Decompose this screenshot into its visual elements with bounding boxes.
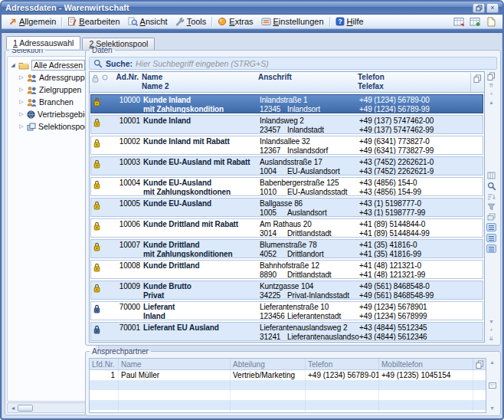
tree-item-selektionspools[interactable]: ▷Selektionspools bbox=[18, 120, 96, 133]
contact-row-empty[interactable] bbox=[90, 380, 486, 390]
copy-rows-button[interactable] bbox=[487, 72, 496, 80]
view-mode-button-2[interactable] bbox=[486, 234, 496, 242]
card-icon[interactable] bbox=[489, 382, 496, 389]
cell-adnr: 10007 bbox=[111, 241, 143, 258]
contacts-side-toolbar: ▲ ▼ bbox=[486, 358, 498, 413]
address-row-10005[interactable]: 10005Kunde EU-AuslandBallgasse 861005Aus… bbox=[90, 198, 483, 217]
menu-item-label: Allgemein bbox=[19, 17, 56, 26]
close-button[interactable]: × bbox=[486, 3, 499, 13]
cell-telefon: +41 (89) 5144844-0+41 (89) 5144844-99 bbox=[359, 220, 469, 237]
table-add-button[interactable] bbox=[468, 15, 482, 28]
new-page-button[interactable] bbox=[484, 15, 498, 28]
menu-item-allgemein[interactable]: Allgemein bbox=[5, 16, 60, 27]
tree-item-vertriebsgebiete[interactable]: ▷Vertriebsgebiete bbox=[18, 108, 96, 120]
grid-header-row[interactable]: Ad.Nr. NameName 2 Anschrift TelefonTelef… bbox=[90, 72, 484, 93]
cell-name: Kunde EU-Auslandmit Zahlungskondtionen bbox=[143, 179, 260, 195]
tree-expander-icon[interactable]: ▷ bbox=[18, 123, 25, 130]
tree-item-adressgruppen[interactable]: ▷Adressgruppen bbox=[18, 71, 96, 84]
address-row-10006[interactable]: 10006Kunde Drittland mit RabattAm Rathau… bbox=[90, 218, 483, 238]
view-mode-button-1[interactable] bbox=[486, 223, 496, 231]
menu-item-tools[interactable]: Tools bbox=[172, 16, 211, 27]
tree-item-branchen[interactable]: ▷Branchen bbox=[18, 96, 96, 108]
tree-item-alle-adressen[interactable]: ◢Alle Adressen bbox=[10, 59, 96, 71]
cell-telefon: +49 (137) 5747462-00+49 (137) 5747462-99 bbox=[359, 116, 469, 133]
address-row-10002[interactable]: 10002Kunde Inland mit RabattInlandsallee… bbox=[90, 136, 483, 155]
cell-telefon: +43 (1) 5198777-0+43 (1) 5198777-99 bbox=[359, 199, 469, 216]
menu-item-hilfe[interactable]: ?Hilfe bbox=[332, 16, 368, 27]
lock-blue-icon bbox=[93, 304, 100, 320]
tree-expander-icon[interactable]: ◢ bbox=[10, 62, 16, 68]
address-row-10001[interactable]: 10001Kunde InlandInlandsweg 223457Inland… bbox=[90, 115, 483, 134]
contact-row-empty[interactable] bbox=[90, 400, 486, 410]
table-import-button[interactable] bbox=[452, 15, 466, 28]
cell-adnr: 70000 bbox=[111, 303, 143, 320]
contacts-column-chooser-button[interactable] bbox=[473, 359, 486, 369]
tab-1-adressauswahl[interactable]: 1 Adressauswahl bbox=[6, 36, 80, 49]
filter-button[interactable] bbox=[487, 203, 496, 211]
sort-button[interactable] bbox=[487, 193, 496, 201]
contact-row-empty[interactable] bbox=[90, 390, 486, 400]
menu-item-bearbeiten[interactable]: Bearbeiten bbox=[64, 16, 123, 27]
tree-item-zielgruppen[interactable]: ▷Zielgruppen bbox=[18, 84, 96, 96]
address-row-10003[interactable]: 10003Kunde EU-Ausland mit RabattAuslands… bbox=[90, 156, 483, 176]
window-title: Adressdaten - Warenwirtschaft bbox=[5, 3, 471, 12]
column-header-anschrift[interactable]: Anschrift bbox=[258, 73, 358, 92]
search-input[interactable]: Suche: Hier Suchbegriff eingeben (STRG+S… bbox=[89, 57, 497, 70]
tools-icon bbox=[175, 17, 185, 26]
columns-button[interactable] bbox=[487, 172, 496, 179]
address-row-70001[interactable]: 70001Lieferant EU AuslandLieferantenausl… bbox=[90, 322, 483, 341]
cell-name: Kunde Inland bbox=[143, 116, 260, 133]
menu-item-ansicht[interactable]: Ansicht bbox=[124, 16, 172, 27]
scroll-up-icon[interactable]: ▲ bbox=[489, 359, 495, 366]
scroll-down-icon[interactable]: ▼ bbox=[489, 319, 494, 325]
column-header-name[interactable]: NameName 2 bbox=[142, 73, 258, 92]
tree-expander-icon[interactable]: ▷ bbox=[18, 99, 25, 105]
contact-row-empty[interactable] bbox=[90, 410, 486, 413]
menu-item-extras[interactable]: Extras bbox=[214, 16, 257, 27]
tree-expander-icon[interactable]: ▷ bbox=[18, 87, 25, 93]
contact-row-1[interactable]: 1Paul MüllerVertrieb/Marketing+49 (1234)… bbox=[90, 370, 486, 380]
search-icon bbox=[93, 59, 103, 68]
lock-gray-icon bbox=[92, 74, 99, 92]
scroll-up-icon[interactable]: ▲ bbox=[489, 100, 494, 106]
address-row-10009[interactable]: 10009Kunde BruttoPrivatKuntzgasse 104342… bbox=[90, 281, 483, 300]
list-icon bbox=[488, 235, 495, 241]
address-grid: Ad.Nr. NameName 2 Anschrift TelefonTelef… bbox=[89, 71, 485, 343]
contacts-column-header-abteilung[interactable]: Abteilung bbox=[231, 359, 306, 369]
contacts-header-row[interactable]: Lfd.Nr.NameAbteilungTelefonMobiltelefon bbox=[90, 359, 486, 370]
address-row-70000[interactable]: 70000LieferantInlandLieferantenstraße 10… bbox=[90, 301, 483, 320]
scroll-down-icon[interactable]: ▼ bbox=[489, 405, 495, 412]
column-header-adnr[interactable]: Ad.Nr. bbox=[110, 73, 142, 92]
address-row-10007[interactable]: 10007Kunde Drittlandmit Zahlungskonditio… bbox=[90, 239, 483, 258]
scroll-left-icon[interactable]: ◄ bbox=[8, 405, 18, 411]
lock-gold-icon bbox=[93, 139, 100, 154]
scrollbar-thumb[interactable] bbox=[18, 405, 33, 412]
cell-name: Kunde Inlandmit Zahlungskondition bbox=[143, 96, 260, 113]
tree-horizontal-scrollbar[interactable]: ◄ ► bbox=[7, 402, 97, 413]
contacts-column-header-name[interactable]: Name bbox=[119, 359, 231, 369]
column-header-telefon[interactable]: TelefonTelefax bbox=[358, 73, 470, 92]
view-mode-button-3[interactable] bbox=[486, 244, 496, 253]
tree-root-label[interactable]: Alle Adressen bbox=[31, 60, 85, 71]
expand-icon[interactable]: + bbox=[489, 91, 493, 97]
contacts-column-header-lfdnr[interactable]: Lfd.Nr. bbox=[90, 359, 119, 369]
tree-expander-icon[interactable]: ▷ bbox=[18, 74, 25, 80]
column-chooser-button[interactable] bbox=[470, 73, 484, 92]
menubar: AllgemeinBearbeitenAnsichtToolsExtrasEin… bbox=[2, 15, 502, 29]
expand-icon[interactable]: + bbox=[489, 327, 493, 333]
cell-anschrift: Bahnhofstraße 128890Drittlandstadt bbox=[260, 261, 359, 278]
address-row-10000[interactable]: 10000Kunde Inlandmit ZahlungskonditionIn… bbox=[90, 94, 483, 113]
contacts-column-header-mobiltelefon[interactable]: Mobiltelefon bbox=[379, 359, 473, 369]
cell-name: Kunde Drittland bbox=[143, 261, 260, 278]
address-row-10004[interactable]: 10004Kunde EU-Auslandmit Zahlungskondtio… bbox=[90, 177, 483, 196]
tree-expander-icon[interactable]: ▷ bbox=[18, 111, 25, 117]
address-row-10008[interactable]: 10008Kunde DrittlandBahnhofstraße 128890… bbox=[90, 260, 483, 279]
menu-item-label: Einstellungen bbox=[273, 17, 324, 26]
menu-item-einstellungen[interactable]: Einstellungen bbox=[257, 16, 328, 27]
layers-button[interactable] bbox=[487, 213, 496, 221]
magnifier-button[interactable] bbox=[487, 182, 496, 191]
contacts-column-header-telefon[interactable]: Telefon bbox=[306, 359, 379, 369]
float-window-button[interactable] bbox=[473, 3, 485, 13]
scroll-top-icon[interactable]: ⇈ bbox=[489, 83, 494, 89]
scroll-bottom-icon[interactable]: ⇊ bbox=[489, 336, 494, 342]
